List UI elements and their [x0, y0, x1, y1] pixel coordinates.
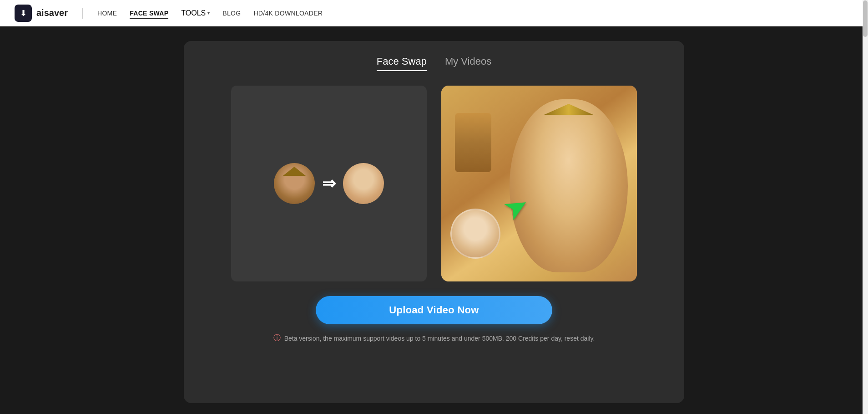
navbar: ⬇ aisaver HOME FACE SWAP TOOLS ▾ BLOG HD…	[0, 0, 868, 26]
nav-links: HOME FACE SWAP TOOLS ▾ BLOG HD/4K DOWNLO…	[97, 9, 323, 17]
source-face-circle	[274, 163, 315, 204]
upload-video-button[interactable]: Upload Video Now	[316, 296, 552, 324]
tab-my-videos[interactable]: My Videos	[445, 56, 491, 71]
logo-icon: ⬇	[15, 5, 32, 22]
nav-item-home[interactable]: HOME	[97, 9, 117, 17]
scrollbar-thumb[interactable]	[863, 0, 868, 37]
nav-item-hd-downloader[interactable]: HD/4K DOWNLOADER	[253, 9, 323, 17]
info-circle-icon: ⓘ	[273, 333, 281, 343]
inset-ww-figure	[455, 113, 491, 172]
tab-face-swap[interactable]: Face Swap	[377, 56, 427, 71]
logo[interactable]: ⬇ aisaver	[15, 5, 68, 22]
result-main-face	[510, 99, 628, 272]
face-swap-demo: ⇒	[274, 163, 384, 204]
inset-original-face	[450, 209, 500, 259]
result-panel: ➤	[441, 86, 637, 281]
chevron-down-icon: ▾	[207, 10, 210, 15]
content-row: ⇒ ➤	[206, 86, 662, 281]
nav-item-blog[interactable]: BLOG	[222, 9, 241, 17]
tabs: Face Swap My Videos	[206, 56, 662, 71]
logo-text: aisaver	[36, 8, 68, 18]
card-container: Face Swap My Videos ⇒	[184, 41, 684, 403]
beta-note: ⓘ Beta version, the maximum support vide…	[273, 333, 595, 343]
nav-divider	[82, 8, 83, 19]
scrollbar-track[interactable]	[863, 0, 868, 414]
beta-note-text: Beta version, the maximum support videos…	[284, 335, 595, 342]
main-content: Face Swap My Videos ⇒	[0, 26, 868, 414]
target-face-circle	[343, 163, 384, 204]
demo-panel: ⇒	[231, 86, 427, 281]
arrow-icon: ⇒	[322, 174, 336, 193]
nav-item-face-swap[interactable]: FACE SWAP	[130, 9, 168, 17]
nav-item-tools[interactable]: TOOLS ▾	[181, 9, 210, 17]
